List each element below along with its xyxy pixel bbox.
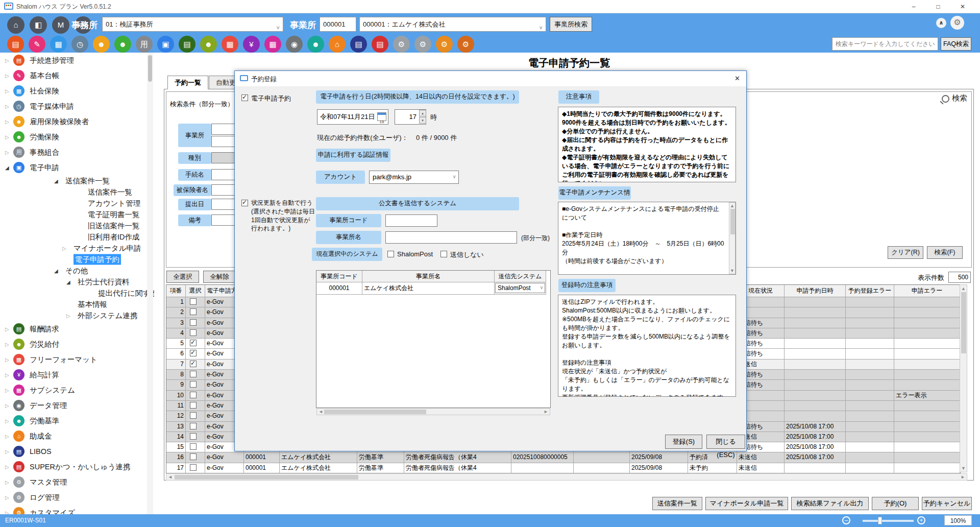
footer-button-4[interactable]: 予約キャンセル bbox=[922, 497, 972, 510]
office-association-icon[interactable]: 用 bbox=[136, 36, 153, 53]
sidebar-item-32[interactable]: ▷⚙ログ管理 bbox=[0, 490, 154, 505]
send-system-select[interactable]: ShalomPost˅ bbox=[495, 283, 545, 293]
tab-reservation-list[interactable]: 予約一覧 bbox=[167, 76, 208, 89]
minimize-button[interactable]: – bbox=[902, 0, 925, 13]
expander-closed-icon[interactable]: ▷ bbox=[5, 418, 9, 424]
e-media-application-icon[interactable]: ◷ bbox=[71, 36, 88, 53]
footer-button-1[interactable]: マイナポータル申請一覧 bbox=[705, 497, 788, 510]
expander-closed-icon[interactable]: ▷ bbox=[5, 357, 9, 363]
dialog-close-button[interactable]: 閉じる(ESC) bbox=[706, 435, 745, 449]
expander-closed-icon[interactable]: ▷ bbox=[5, 495, 9, 500]
expander-closed-icon[interactable]: ▷ bbox=[5, 464, 9, 470]
table-vertical-scrollbar[interactable]: ▲▼ bbox=[960, 284, 967, 472]
sidebar-item-24[interactable]: ▷¥給与計算 bbox=[0, 367, 154, 382]
expander-closed-icon[interactable]: ▷ bbox=[5, 326, 9, 332]
sidebar-item-22[interactable]: ▷☻労災給付 bbox=[0, 337, 154, 352]
sidebar-item-15[interactable]: 電子申請予約 bbox=[0, 254, 154, 265]
sidebar-item-8[interactable]: ◢送信案件一覧 bbox=[0, 175, 154, 186]
sidebar-item-7[interactable]: ◢▣電子申請 bbox=[0, 160, 154, 175]
sidebar-item-16[interactable]: ◢その他 bbox=[0, 265, 154, 276]
row-checkbox[interactable] bbox=[190, 350, 197, 356]
reserve-date-input[interactable]: 令和07年11月21日 15 bbox=[317, 109, 388, 125]
row-checkbox[interactable] bbox=[190, 298, 197, 305]
office-name-input[interactable] bbox=[385, 231, 517, 244]
expander-closed-icon[interactable]: ▷ bbox=[5, 73, 9, 79]
row-checkbox[interactable] bbox=[190, 433, 197, 440]
expander-closed-icon[interactable]: ▷ bbox=[66, 313, 70, 319]
auto-update-checkbox[interactable] bbox=[241, 200, 248, 206]
no-send-checkbox[interactable] bbox=[440, 251, 447, 257]
office-select[interactable]: 01：検証事務所˅ bbox=[102, 17, 283, 32]
zoom-slider-thumb[interactable] bbox=[878, 517, 882, 524]
home-icon[interactable]: ⌂ bbox=[7, 16, 24, 34]
footer-button-3[interactable]: 予約(O) bbox=[872, 497, 919, 510]
sidebar-item-5[interactable]: ▷☻労働保険 bbox=[0, 129, 154, 145]
expander-closed-icon[interactable]: ▷ bbox=[5, 119, 9, 125]
expander-closed-icon[interactable]: ▷ bbox=[5, 372, 9, 378]
footer-button-0[interactable]: 送信案件一覧 bbox=[652, 497, 702, 510]
employment-insurance-icon[interactable]: ☻ bbox=[93, 36, 110, 53]
log-gear-icon[interactable]: ⚙ bbox=[414, 36, 431, 53]
dialog-table-hscrollbar[interactable]: ◄ ► bbox=[316, 408, 550, 415]
sidebar-item-30[interactable]: ▷▤SUPERかつ・かいしゅう連携 bbox=[0, 459, 154, 474]
auth-info-button[interactable]: 申請に利用する認証情報 bbox=[316, 149, 390, 162]
expander-closed-icon[interactable]: ▷ bbox=[5, 449, 9, 454]
zoom-in-icon[interactable]: + bbox=[917, 516, 925, 524]
social-insurance-icon[interactable]: ▦ bbox=[50, 36, 67, 53]
custom-wrench-icon[interactable]: ⚙ bbox=[457, 36, 474, 53]
row-checkbox[interactable] bbox=[190, 361, 197, 367]
collapse-menu-icon[interactable]: ◧ bbox=[30, 16, 47, 34]
e-apply-reserve-checkbox[interactable] bbox=[241, 94, 248, 101]
expander-closed-icon[interactable]: ▷ bbox=[5, 134, 9, 140]
manual-icon[interactable]: M bbox=[52, 16, 69, 34]
expander-open-icon[interactable]: ◢ bbox=[54, 178, 58, 184]
basic-ledger-icon[interactable]: ✎ bbox=[29, 36, 45, 53]
sidebar-item-26[interactable]: ▷◉データ管理 bbox=[0, 398, 154, 413]
sidebar-item-33[interactable]: ▷⚙カスタマイズ bbox=[0, 505, 154, 514]
data-management-icon[interactable]: ◉ bbox=[286, 36, 303, 53]
table-horizontal-scrollbar[interactable]: ◄ ► bbox=[166, 473, 967, 481]
sidebar-scrollbar[interactable] bbox=[147, 53, 153, 514]
sidebar-item-23[interactable]: ▷▦フリーフォーマット bbox=[0, 352, 154, 367]
expander-closed-icon[interactable]: ▷ bbox=[5, 104, 9, 109]
expander-closed-icon[interactable]: ▷ bbox=[5, 403, 9, 409]
sidebar-item-3[interactable]: ▷◷電子媒体申請 bbox=[0, 99, 154, 114]
sidebar-item-31[interactable]: ▷⚙マスタ管理 bbox=[0, 474, 154, 490]
e-application-icon[interactable]: ▣ bbox=[157, 36, 174, 53]
procedure-progress-icon[interactable]: ▤ bbox=[7, 36, 24, 53]
footer-button-2[interactable]: 検索結果ファイル出力 bbox=[791, 497, 869, 510]
free-format-icon[interactable]: ▦ bbox=[222, 36, 238, 53]
sidebar-item-21[interactable]: ▷▤報酬請求 bbox=[0, 321, 154, 337]
sidebar-item-4[interactable]: ▷☻雇用保険被保険者 bbox=[0, 114, 154, 129]
account-select[interactable]: park@mks.jp ˅ bbox=[369, 171, 459, 184]
search-button[interactable]: 検索(F) bbox=[927, 246, 963, 259]
sidebar-item-10[interactable]: アカウント管理 bbox=[0, 198, 154, 209]
clear-button[interactable]: クリア(R) bbox=[888, 246, 923, 259]
row-checkbox[interactable] bbox=[190, 443, 197, 450]
expander-closed-icon[interactable]: ▷ bbox=[5, 480, 9, 485]
row-checkbox[interactable] bbox=[190, 308, 197, 315]
table-row[interactable]: 17e-Gov000001エムケイ株式会社労働基準労働者死傷病報告（休業4202… bbox=[166, 463, 960, 473]
subsidy-icon[interactable]: ⌂ bbox=[329, 36, 346, 53]
sidebar-item-20[interactable]: ▷外部システム連携 bbox=[0, 310, 154, 321]
display-count-input[interactable]: 500 bbox=[948, 272, 971, 283]
super-link-icon[interactable]: ▤ bbox=[372, 36, 388, 53]
dialog-table-row[interactable]: 000001エムケイ株式会社ShalomPost˅ bbox=[316, 282, 550, 295]
close-button[interactable]: ✕ bbox=[951, 0, 974, 13]
row-checkbox[interactable] bbox=[190, 319, 197, 326]
sidebar-item-12[interactable]: 旧送信案件一覧 bbox=[0, 220, 154, 231]
row-checkbox[interactable] bbox=[190, 381, 197, 388]
sidebar-item-17[interactable]: ◢社労士代行資料 bbox=[0, 276, 154, 288]
row-checkbox[interactable] bbox=[190, 464, 197, 471]
row-checkbox[interactable] bbox=[190, 423, 197, 429]
sidebar-item-18[interactable]: 提出代行に関する証明書 bbox=[0, 288, 154, 299]
sidebar-item-29[interactable]: ▷▤LIBOS bbox=[0, 444, 154, 459]
expander-closed-icon[interactable]: ▷ bbox=[5, 434, 9, 439]
faq-search-input[interactable]: 検索キーワードを入力してください bbox=[832, 37, 938, 51]
row-checkbox[interactable] bbox=[190, 412, 197, 419]
sidebar-item-19[interactable]: 基本情報 bbox=[0, 299, 154, 310]
row-checkbox[interactable] bbox=[190, 392, 197, 398]
sidebar-item-25[interactable]: ▷▦サブシステム bbox=[0, 382, 154, 398]
settings-gear-icon[interactable]: ⚙ bbox=[950, 16, 964, 30]
sidebar-item-1[interactable]: ▷✎基本台帳 bbox=[0, 68, 154, 83]
